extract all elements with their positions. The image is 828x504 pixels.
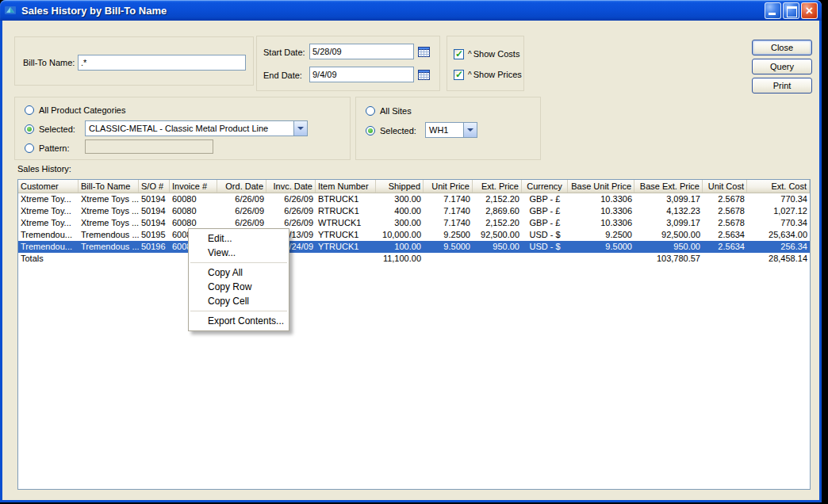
table-row[interactable]: Xtreme Toy...Xtreme Toys ...50194600806/… (18, 217, 810, 229)
cell-so_number: 50196 (139, 241, 170, 253)
all-sites-label: All Sites (380, 106, 412, 116)
cell-unit_cost: 2.5634 (703, 241, 747, 253)
start-date-calendar-button[interactable] (416, 44, 431, 59)
selected-site-option[interactable]: Selected: (366, 125, 416, 136)
column-header-unit_price[interactable]: Unit Price (424, 180, 473, 193)
show-prices-option[interactable]: ^ Show Prices (454, 69, 522, 80)
column-header-invc_date[interactable]: Invc. Date (266, 180, 316, 193)
mnemonic-caret: ^ (468, 71, 472, 79)
minimize-button[interactable] (765, 2, 781, 19)
start-date-label: Start Date: (263, 48, 305, 57)
column-header-bill_to_name[interactable]: Bill-To Name (79, 180, 139, 193)
app-window: Sales History by Bill-To Name Bill-To Na… (0, 0, 822, 502)
menu-separator (190, 311, 287, 311)
menu-item-copy-row[interactable]: Copy Row (189, 280, 289, 294)
categories-radio-selected[interactable] (25, 124, 34, 134)
cell-ord_date: 6/26/09 (217, 193, 266, 205)
query-button[interactable]: Query (752, 59, 812, 74)
end-date-calendar-button[interactable] (416, 67, 431, 82)
table-row[interactable]: Xtreme Toy...Xtreme Toys ...50194600806/… (18, 193, 810, 205)
menu-item-edit[interactable]: Edit... (189, 231, 289, 246)
menu-item-export-contents[interactable]: Export Contents... (189, 314, 289, 328)
cell-invoice_number: 60080 (170, 217, 217, 229)
selected-category-option[interactable]: Selected: (25, 124, 75, 135)
selected-category-label: Selected: (39, 124, 75, 134)
cell-unit_cost: 2.5678 (703, 205, 747, 217)
table-row[interactable]: Tremendou...Tremendous ...50196600828/24… (18, 241, 810, 253)
all-sites-option[interactable]: All Sites (366, 105, 412, 116)
show-prices-checkbox[interactable] (454, 70, 464, 80)
column-header-ord_date[interactable]: Ord. Date (217, 180, 266, 193)
cell-base_ext_price: 103,780.57 (634, 253, 703, 265)
cell-base_ext_price: 3,099.17 (634, 193, 703, 205)
column-header-unit_cost[interactable]: Unit Cost (703, 180, 747, 193)
cell-item_number: WTRUCK1 (316, 217, 376, 229)
pattern-option[interactable]: Pattern: (25, 143, 70, 154)
show-costs-checkbox[interactable] (454, 49, 464, 59)
cell-currency (522, 253, 568, 265)
menu-separator (190, 262, 287, 263)
column-header-shipped[interactable]: Shipped (376, 180, 424, 193)
bill-to-input[interactable] (78, 55, 246, 71)
cell-base_ext_price: 950.00 (634, 241, 703, 253)
cell-base_ext_price: 92,500.00 (634, 229, 703, 241)
cell-ext_cost: 28,458.14 (747, 253, 810, 265)
table-row[interactable]: Xtreme Toy...Xtreme Toys ...50194600806/… (18, 205, 810, 217)
cell-invoice_number: 60080 (170, 205, 217, 217)
mnemonic-caret: ^ (468, 50, 472, 59)
cell-ext_price: 2,869.60 (473, 205, 522, 217)
sites-radio-all[interactable] (366, 106, 375, 116)
column-header-customer[interactable]: Customer (18, 180, 79, 193)
cell-shipped: 11,100.00 (376, 253, 424, 265)
sites-radio-selected[interactable] (366, 126, 375, 136)
window-title: Sales History by Bill-To Name (21, 5, 763, 17)
all-product-categories-option[interactable]: All Product Categories (25, 105, 125, 116)
column-header-so_number[interactable]: S/O # (139, 180, 170, 193)
pattern-input[interactable] (85, 139, 213, 154)
site-combo[interactable]: WH1 (425, 122, 477, 138)
cell-so_number: 50195 (139, 229, 170, 241)
close-button[interactable]: Close (752, 40, 812, 55)
end-date-label: End Date: (263, 71, 302, 80)
cell-customer: Tremendou... (18, 229, 79, 241)
column-header-base_ext_price[interactable]: Base Ext. Price (634, 180, 703, 193)
cell-bill_to_name: Tremendous ... (79, 241, 139, 253)
cell-bill_to_name: Xtreme Toys ... (79, 205, 139, 217)
column-header-currency[interactable]: Currency (522, 180, 568, 193)
cell-customer: Xtreme Toy... (18, 217, 79, 229)
cell-invc_date: 6/26/09 (266, 205, 316, 217)
titlebar[interactable]: Sales History by Bill-To Name (0, 0, 822, 21)
start-date-input[interactable] (309, 44, 414, 59)
column-header-base_unit_price[interactable]: Base Unit Price (568, 180, 634, 193)
cell-unit_cost: 2.5634 (703, 229, 747, 241)
pattern-label: Pattern: (39, 143, 70, 153)
sales-history-label: Sales History: (17, 164, 71, 174)
cell-item_number: BTRUCK1 (316, 193, 376, 205)
cell-unit_cost: 2.5678 (703, 217, 747, 229)
column-header-ext_cost[interactable]: Ext. Cost (747, 180, 810, 193)
sales-history-grid: CustomerBill-To NameS/O #Invoice #Ord. D… (17, 179, 811, 490)
column-header-ext_price[interactable]: Ext. Price (473, 180, 522, 193)
cell-so_number: 50194 (139, 217, 170, 229)
print-button[interactable]: Print (752, 78, 812, 94)
cell-shipped: 400.00 (376, 205, 424, 217)
column-header-invoice_number[interactable]: Invoice # (170, 180, 217, 193)
table-row[interactable]: Tremendou...Tremendous ...50195600818/13… (18, 229, 810, 241)
cell-invc_date: 6/26/09 (266, 217, 316, 229)
show-costs-option[interactable]: ^ Show Costs (454, 48, 519, 59)
cell-currency: GBP - £ (522, 217, 568, 229)
categories-radio-all[interactable] (25, 105, 34, 115)
cell-customer: Xtreme Toy... (18, 205, 79, 217)
categories-radio-pattern[interactable] (25, 143, 34, 153)
close-window-button[interactable] (801, 2, 818, 19)
cell-base_ext_price: 3,099.17 (634, 217, 703, 229)
column-header-item_number[interactable]: Item Number (316, 180, 376, 193)
end-date-input[interactable] (309, 67, 414, 82)
menu-item-view[interactable]: View... (189, 246, 289, 260)
menu-item-copy-all[interactable]: Copy All (189, 265, 289, 280)
product-category-combo[interactable]: CLASSIC-METAL - Classic Metal Product Li… (85, 120, 308, 136)
menu-item-copy-cell[interactable]: Copy Cell (189, 294, 289, 308)
maximize-button[interactable] (783, 2, 799, 19)
all-product-categories-label: All Product Categories (39, 105, 125, 115)
bill-to-label: Bill-To Name: (23, 58, 75, 67)
